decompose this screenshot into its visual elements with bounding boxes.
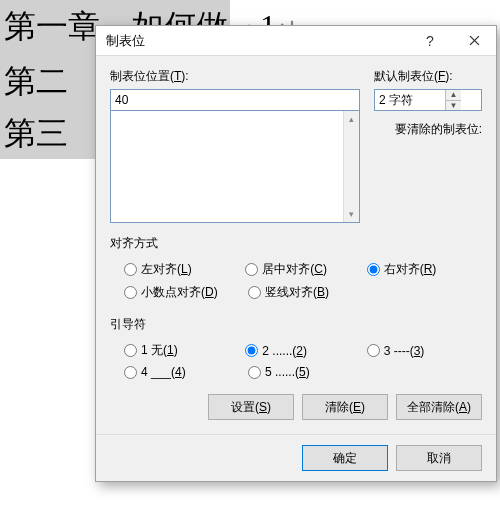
align-left-radio[interactable]: 左对齐(L)	[124, 261, 239, 278]
spin-up-icon[interactable]: ▲	[446, 90, 461, 101]
clear-button[interactable]: 清除(E)	[302, 394, 388, 420]
leader-group-title: 引导符	[110, 316, 482, 333]
listbox-scrollbar[interactable]: ▴ ▾	[343, 111, 359, 222]
help-button[interactable]: ?	[408, 26, 452, 56]
leader-2-radio[interactable]: 2 ......(2)	[245, 342, 360, 359]
spin-down-icon[interactable]: ▼	[446, 101, 461, 111]
close-button[interactable]	[452, 26, 496, 56]
scroll-down-icon[interactable]: ▾	[344, 206, 359, 222]
alignment-group-title: 对齐方式	[110, 235, 482, 252]
align-right-radio[interactable]: 右对齐(R)	[367, 261, 482, 278]
leader-5-radio[interactable]: 5 ......(5)	[248, 365, 366, 379]
tab-position-listbox[interactable]: ▴ ▾	[110, 111, 360, 223]
titlebar[interactable]: 制表位 ?	[96, 26, 496, 56]
leader-1-radio[interactable]: 1 无(1)	[124, 342, 239, 359]
scroll-up-icon[interactable]: ▴	[344, 111, 359, 127]
set-button[interactable]: 设置(S)	[208, 394, 294, 420]
leader-group: 1 无(1) 2 ......(2) 3 ----(3) 4 ___(4) 5 …	[110, 339, 482, 382]
align-bar-radio[interactable]: 竖线对齐(B)	[248, 284, 366, 301]
tab-position-label: 制表位位置(T):	[110, 68, 360, 85]
dialog-title: 制表位	[106, 32, 408, 50]
tab-position-input[interactable]	[110, 89, 360, 111]
align-decimal-radio[interactable]: 小数点对齐(D)	[124, 284, 242, 301]
alignment-group: 左对齐(L) 居中对齐(C) 右对齐(R) 小数点对齐(D) 竖线对齐(B)	[110, 258, 482, 304]
close-icon	[469, 35, 480, 46]
clear-all-button[interactable]: 全部清除(A)	[396, 394, 482, 420]
tabs-dialog: 制表位 ? 制表位位置(T): ▴ ▾ 默认制表位(	[95, 25, 497, 482]
clear-list-label: 要清除的制表位:	[374, 121, 482, 138]
leader-3-radio[interactable]: 3 ----(3)	[367, 342, 482, 359]
leader-4-radio[interactable]: 4 ___(4)	[124, 365, 242, 379]
default-tab-spinner[interactable]: ▲ ▼	[374, 89, 482, 111]
cancel-button[interactable]: 取消	[396, 445, 482, 471]
default-tab-label: 默认制表位(F):	[374, 68, 482, 85]
ok-button[interactable]: 确定	[302, 445, 388, 471]
default-tab-input[interactable]	[375, 90, 445, 110]
align-center-radio[interactable]: 居中对齐(C)	[245, 261, 360, 278]
